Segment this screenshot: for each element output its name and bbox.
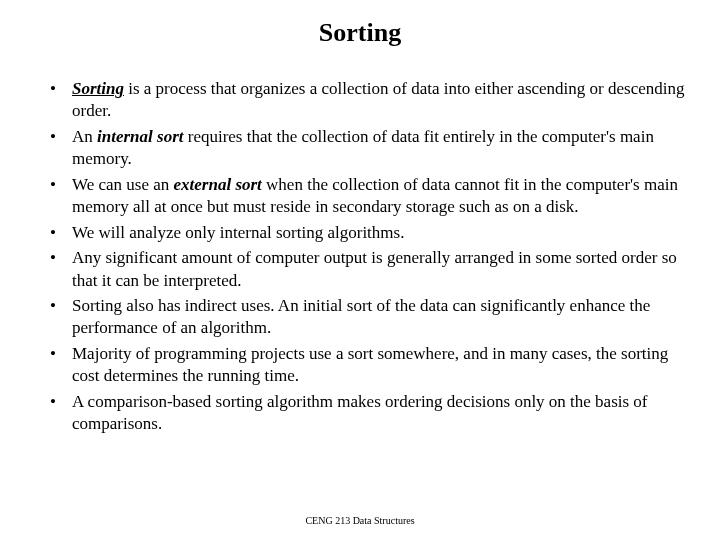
bullet-text: A comparison-based sorting algorithm mak… — [72, 392, 648, 433]
bullet-item: A comparison-based sorting algorithm mak… — [50, 391, 688, 436]
bullet-text: We can use an — [72, 175, 174, 194]
bullet-text: Any significant amount of computer outpu… — [72, 248, 677, 289]
slide-title: Sorting — [32, 18, 688, 48]
bullet-item: Any significant amount of computer outpu… — [50, 247, 688, 292]
bullet-text: Majority of programming projects use a s… — [72, 344, 668, 385]
bullet-text: is a process that organizes a collection… — [72, 79, 684, 120]
bullet-list: Sorting is a process that organizes a co… — [32, 78, 688, 436]
slide-footer: CENG 213 Data Structures — [0, 515, 720, 526]
bullet-text: An — [72, 127, 97, 146]
bullet-item: Majority of programming projects use a s… — [50, 343, 688, 388]
bullet-text: Sorting also has indirect uses. An initi… — [72, 296, 650, 337]
bullet-text: We will analyze only internal sorting al… — [72, 223, 404, 242]
bullet-text: Sorting — [72, 79, 124, 98]
bullet-item: We can use an external sort when the col… — [50, 174, 688, 219]
bullet-text: external sort — [174, 175, 262, 194]
bullet-item: Sorting is a process that organizes a co… — [50, 78, 688, 123]
bullet-item: We will analyze only internal sorting al… — [50, 222, 688, 244]
bullet-item: An internal sort requires that the colle… — [50, 126, 688, 171]
bullet-text: internal sort — [97, 127, 183, 146]
bullet-item: Sorting also has indirect uses. An initi… — [50, 295, 688, 340]
